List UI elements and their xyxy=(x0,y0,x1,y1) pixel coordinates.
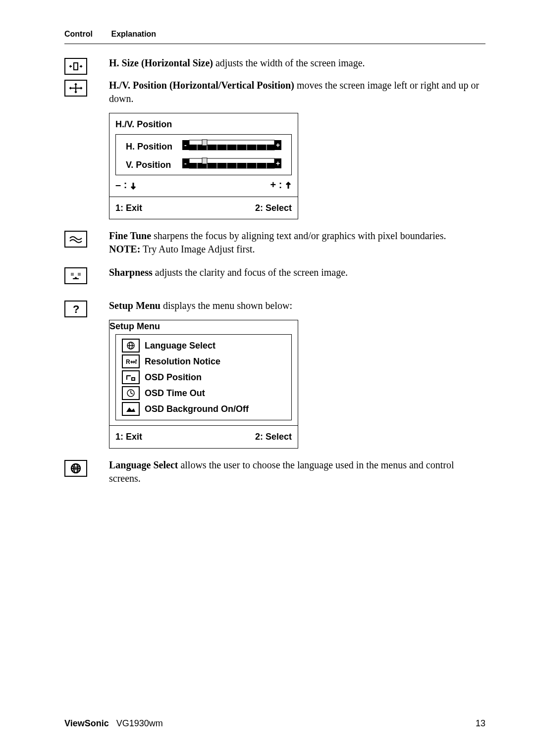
setup-menu-text: displays the menu shown below: xyxy=(160,300,292,311)
osd-background-icon xyxy=(122,402,140,416)
header-explanation: Explanation xyxy=(111,30,156,38)
h-size-icon xyxy=(64,58,87,75)
page-number: 13 xyxy=(476,718,485,729)
header-control: Control xyxy=(64,30,109,39)
svg-text:?: ? xyxy=(73,303,79,315)
setup-menu-icon: ? xyxy=(64,301,87,317)
hv-panel-title: H./V. Position xyxy=(109,113,298,134)
sharpness-icon xyxy=(64,267,87,284)
osd-position-icon xyxy=(122,370,140,384)
setup-menu-bold: Setup Menu xyxy=(109,300,160,311)
language-select-icon xyxy=(122,339,140,353)
osd-position-label: OSD Position xyxy=(145,371,202,383)
sharpness-para: Sharpness adjusts the clarity and focus … xyxy=(109,266,485,279)
h-position-label: H. Position xyxy=(126,141,182,152)
hv-select: 2: Select xyxy=(255,202,292,214)
minus-hint: – : xyxy=(115,178,137,192)
fine-tune-icon xyxy=(64,231,87,248)
fine-tune-text: sharpens the focus by aligning text and/… xyxy=(151,230,446,241)
setup-menu-panel: Setup Menu Language Select R⇔N Resolutio… xyxy=(109,320,298,449)
v-position-label: V. Position xyxy=(126,159,182,171)
language-select-large-icon xyxy=(64,460,87,477)
footer-brand: ViewSonic xyxy=(64,718,109,728)
h-position-slider: - + xyxy=(182,139,281,154)
svg-text:-: - xyxy=(184,141,187,149)
osd-timeout-label: OSD Time Out xyxy=(145,387,205,399)
setup-exit: 1: Exit xyxy=(115,431,142,443)
hv-position-bold: H./V. Position (Horizontal/Vertical Posi… xyxy=(109,80,294,91)
language-select-bold: Language Select xyxy=(109,459,178,470)
hv-position-panel: H./V. Position H. Position - + xyxy=(109,113,298,219)
svg-rect-41 xyxy=(132,378,135,380)
svg-text:+: + xyxy=(276,159,280,167)
note-text: Try Auto Image Adjust first. xyxy=(140,244,255,254)
h-size-text: adjusts the width of the screen image. xyxy=(213,57,365,68)
hv-exit: 1: Exit xyxy=(115,202,142,214)
svg-rect-34 xyxy=(78,273,81,276)
setup-select: 2: Select xyxy=(255,431,292,443)
h-size-bold: H. Size (Horizontal Size) xyxy=(109,57,213,68)
sharpness-bold: Sharpness xyxy=(109,267,153,278)
fine-tune-para: Fine Tune sharpens the focus by aligning… xyxy=(109,229,485,243)
svg-text:R⇔N: R⇔N xyxy=(126,358,137,365)
footer-model: VG1930wm xyxy=(116,718,163,728)
setup-panel-title: Setup Menu xyxy=(109,320,298,332)
setup-menu-para: Setup Menu displays the menu shown below… xyxy=(109,299,485,312)
note-bold: NOTE: xyxy=(109,244,140,254)
svg-rect-33 xyxy=(71,273,74,276)
svg-rect-32 xyxy=(202,158,207,164)
language-select-label: Language Select xyxy=(145,340,215,352)
resolution-notice-label: Resolution Notice xyxy=(145,355,220,367)
sharpness-text: adjusts the clarity and focus of the scr… xyxy=(153,267,348,278)
svg-text:+: + xyxy=(276,141,280,149)
resolution-notice-icon: R⇔N xyxy=(122,354,140,368)
osd-background-label: OSD Background On/Off xyxy=(145,403,249,415)
svg-rect-17 xyxy=(202,140,207,146)
svg-rect-0 xyxy=(74,63,78,70)
osd-timeout-icon xyxy=(122,386,140,400)
hv-position-icon xyxy=(64,80,87,97)
plus-hint: + : xyxy=(270,178,292,192)
hv-position-para: H./V. Position (Horizontal/Vertical Posi… xyxy=(109,79,485,105)
fine-tune-note: NOTE: Try Auto Image Adjust first. xyxy=(109,243,485,256)
page-footer: ViewSonic VG1930wm 13 xyxy=(64,718,485,729)
language-select-para: Language Select allows the user to choos… xyxy=(109,458,485,485)
v-position-slider: - + xyxy=(182,157,281,173)
table-header: Control Explanation xyxy=(64,30,485,44)
fine-tune-bold: Fine Tune xyxy=(109,230,151,241)
svg-line-44 xyxy=(131,393,133,394)
h-size-para: H. Size (Horizontal Size) adjusts the wi… xyxy=(109,56,485,70)
svg-text:-: - xyxy=(184,159,187,167)
